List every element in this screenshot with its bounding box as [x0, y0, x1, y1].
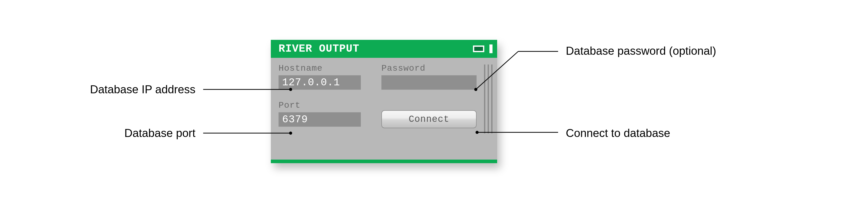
connect-button[interactable]: Connect — [381, 110, 476, 128]
password-input[interactable] — [381, 75, 476, 90]
port-input[interactable]: 6379 — [279, 112, 361, 127]
window-bar-icon — [489, 44, 493, 53]
port-label: Port — [279, 101, 361, 110]
callout-password: Database password (optional) — [566, 44, 720, 58]
password-label: Password — [381, 64, 476, 73]
titlebar-icons — [473, 44, 493, 53]
bottombar — [271, 160, 497, 163]
hostname-label: Hostname — [279, 64, 361, 73]
callout-port: Database port — [77, 126, 195, 140]
river-output-dialog: RIVER OUTPUT Hostname 127.0.0.1 Port 637… — [271, 40, 497, 163]
dialog-title: RIVER OUTPUT — [279, 43, 473, 55]
hostname-input[interactable]: 127.0.0.1 — [279, 75, 361, 90]
hostname-value: 127.0.0.1 — [282, 77, 340, 89]
callout-connect: Connect to database — [566, 126, 720, 140]
port-value: 6379 — [282, 114, 308, 126]
titlebar: RIVER OUTPUT — [271, 40, 497, 58]
connect-label: Connect — [409, 114, 449, 125]
window-rect-icon — [473, 45, 484, 52]
callout-hostname: Database IP address — [77, 82, 195, 96]
right-accent-lines — [484, 65, 493, 133]
